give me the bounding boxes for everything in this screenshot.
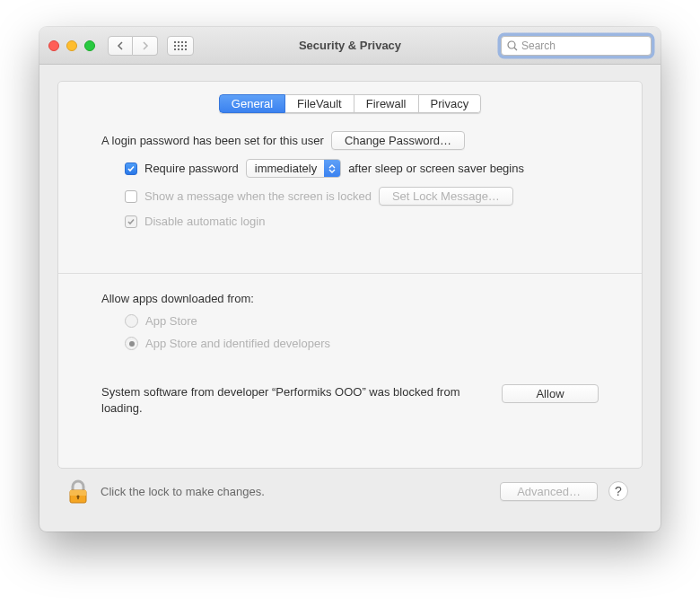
require-password-label-before: Require password [144, 162, 239, 175]
password-delay-value: immediately [255, 162, 324, 175]
change-password-button[interactable]: Change Password… [331, 131, 465, 150]
login-section: A login password has been set for this u… [85, 131, 615, 228]
radio-identified-developers [125, 337, 138, 350]
chevron-left-icon [117, 41, 124, 50]
svg-rect-3 [185, 41, 187, 43]
window-controls [48, 40, 95, 51]
login-password-text: A login password has been set for this u… [101, 134, 324, 147]
tab-privacy[interactable]: Privacy [419, 94, 482, 113]
svg-rect-9 [178, 48, 179, 50]
svg-rect-8 [174, 48, 176, 50]
require-password-label-after: after sleep or screen saver begins [348, 162, 524, 175]
check-icon [127, 164, 136, 173]
nav-buttons [108, 36, 158, 56]
svg-rect-5 [178, 45, 179, 47]
svg-rect-4 [174, 45, 176, 47]
titlebar: Security & Privacy [39, 27, 661, 65]
allow-button[interactable]: Allow [502, 384, 599, 403]
search-input[interactable] [521, 40, 645, 52]
disable-auto-login-checkbox [125, 215, 137, 228]
svg-line-13 [514, 48, 517, 50]
svg-rect-11 [185, 48, 187, 50]
show-message-checkbox [125, 190, 137, 203]
window-body: General FileVault Firewall Privacy A log… [39, 65, 661, 532]
radio-app-store-label: App Store [145, 314, 197, 328]
lock-icon [67, 479, 89, 505]
check-icon [127, 217, 136, 226]
svg-rect-10 [181, 48, 183, 50]
close-icon[interactable] [48, 40, 59, 51]
show-message-label: Show a message when the screen is locked [144, 189, 372, 203]
grid-icon [174, 41, 187, 50]
search-field[interactable] [501, 36, 652, 56]
content-panel: General FileVault Firewall Privacy A log… [57, 81, 643, 469]
footer: Click the lock to make changes. Advanced… [57, 469, 643, 519]
stepper-arrows-icon [324, 160, 340, 177]
preferences-window: Security & Privacy General FileVault Fir… [39, 27, 661, 532]
password-delay-select[interactable]: immediately [246, 159, 341, 178]
help-button[interactable]: ? [608, 481, 628, 501]
forward-button[interactable] [133, 36, 158, 56]
search-icon [507, 40, 518, 51]
disable-auto-login-label: Disable automatic login [144, 215, 265, 228]
set-lock-message-button: Set Lock Message… [379, 187, 513, 206]
advanced-button[interactable]: Advanced… [500, 482, 598, 501]
svg-rect-2 [181, 41, 183, 43]
downloads-section: Allow apps downloaded from: App Store Ap… [85, 292, 615, 350]
lock-hint-text: Click the lock to make changes. [101, 485, 489, 498]
help-icon: ? [615, 484, 622, 498]
tab-firewall[interactable]: Firewall [354, 94, 419, 113]
blocked-software-row: System software from developer “Performi… [85, 384, 615, 417]
radio-identified-developers-label: App Store and identified developers [145, 337, 330, 350]
require-password-checkbox[interactable] [125, 163, 137, 175]
svg-point-12 [508, 41, 515, 48]
svg-rect-15 [70, 490, 86, 496]
zoom-icon[interactable] [84, 40, 95, 51]
tab-general[interactable]: General [219, 94, 285, 113]
divider [58, 273, 642, 274]
svg-rect-7 [185, 45, 187, 47]
minimize-icon[interactable] [66, 40, 77, 51]
radio-app-store [125, 314, 138, 328]
svg-rect-17 [77, 496, 79, 499]
tab-filevault[interactable]: FileVault [285, 94, 354, 113]
back-button[interactable] [108, 36, 133, 56]
chevron-right-icon [142, 41, 149, 50]
svg-rect-6 [181, 45, 183, 47]
blocked-software-text: System software from developer “Performi… [101, 384, 487, 417]
lock-button[interactable] [66, 478, 90, 505]
show-all-button[interactable] [167, 36, 194, 56]
tab-bar: General FileVault Firewall Privacy [85, 94, 615, 113]
downloads-heading: Allow apps downloaded from: [101, 292, 599, 305]
svg-rect-1 [178, 41, 179, 43]
svg-rect-0 [174, 41, 176, 43]
